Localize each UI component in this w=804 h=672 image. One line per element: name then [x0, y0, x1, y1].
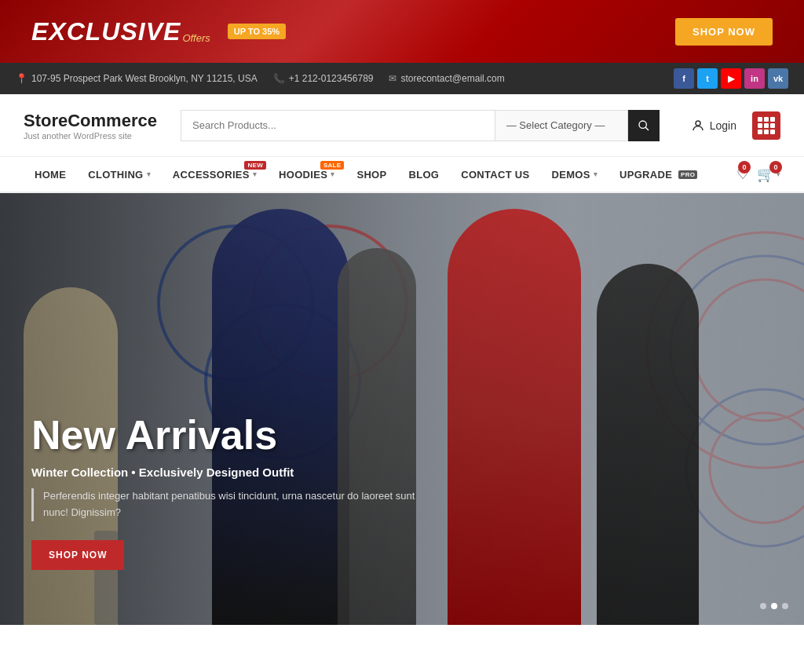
chevron-down-icon: ▾ [331, 170, 334, 178]
top-banner: EXCLUSIVE Offers UP TO 35% SHOP NOW [0, 0, 804, 63]
nav-item-demos[interactable]: DEMOS ▾ [541, 156, 608, 192]
pro-badge: PRO [678, 170, 697, 179]
nav-item-hoodies[interactable]: HOODIES ▾ SALE [268, 156, 345, 192]
wishlist-button[interactable]: ♡ 0 [736, 166, 749, 183]
nav-contact-label: CONTACT US [461, 169, 529, 181]
grid-dot [758, 117, 762, 122]
hero-content: New Arrivals Winter Collection • Exclusi… [31, 413, 440, 570]
phone-text: +1 212-0123456789 [289, 73, 374, 84]
hero-dot-3[interactable] [782, 603, 788, 609]
grid-dots [758, 117, 775, 134]
grid-dot [764, 130, 769, 134]
grid-menu-button[interactable] [752, 111, 780, 140]
logo-title: StoreCommerce [24, 111, 165, 131]
chevron-down-icon: ▾ [594, 170, 598, 178]
cart-button[interactable]: 🛒 0 ▾ [757, 166, 780, 183]
nav-item-contact[interactable]: CONTACT US [450, 156, 540, 192]
hero-title: New Arrivals [31, 413, 440, 458]
twitter-icon[interactable]: t [697, 68, 718, 89]
login-button[interactable]: Login [691, 119, 736, 133]
nav-item-clothing[interactable]: CLOTHING ▾ [77, 156, 162, 192]
nav-blog-label: BLOG [408, 169, 439, 181]
grid-dot [770, 123, 775, 128]
search-icon [638, 119, 650, 132]
hero-description: Perferendis integer habitant penatibus w… [31, 488, 440, 521]
wishlist-count: 0 [738, 161, 751, 173]
vk-icon[interactable]: vk [768, 68, 788, 89]
grid-dot [770, 130, 775, 134]
info-left: 📍 107-95 Prospect Park West Brooklyn, NY… [16, 73, 505, 84]
nav-demos-label: DEMOS [552, 169, 590, 181]
nav-item-accessories[interactable]: ACCESSORIES ▾ NEW [162, 156, 268, 192]
banner-left: EXCLUSIVE Offers UP TO 35% [31, 17, 286, 46]
social-icons: f t ▶ in vk [674, 68, 788, 89]
nav-clothing-label: CLOTHING [88, 169, 143, 181]
chevron-down-icon: ▾ [253, 170, 257, 178]
email-item: ✉ storecontact@email.com [389, 73, 504, 84]
svg-point-0 [696, 121, 700, 126]
nav-upgrade-label: UPGRADE [619, 169, 672, 181]
instagram-icon[interactable]: in [744, 68, 765, 89]
banner-shop-now-button[interactable]: SHOP NOW [675, 18, 773, 46]
phone-item: 📞 +1 212-0123456789 [273, 73, 374, 84]
grid-dot [758, 130, 762, 134]
phone-icon: 📞 [273, 73, 285, 84]
hero-dots [760, 603, 788, 609]
location-icon: 📍 [16, 73, 27, 84]
grid-dot [764, 117, 769, 122]
search-input[interactable] [181, 110, 495, 141]
grid-dot [770, 117, 775, 122]
grid-dot [758, 123, 762, 128]
category-select[interactable]: — Select Category — Clothing Accessories… [495, 110, 628, 141]
login-label: Login [710, 119, 736, 132]
nav-hoodies-label: HOODIES [279, 169, 327, 181]
hero-shop-now-button[interactable]: SHOP NOW [31, 540, 124, 570]
hero-dot-2[interactable] [771, 603, 777, 609]
hero-subtitle: Winter Collection • Exclusively Designed… [31, 466, 440, 479]
address-item: 📍 107-95 Prospect Park West Brooklyn, NY… [16, 73, 258, 84]
banner-offers-text: Offers [182, 32, 210, 44]
header: StoreCommerce Just another WordPress sit… [0, 94, 804, 157]
user-icon [691, 119, 705, 133]
info-bar: 📍 107-95 Prospect Park West Brooklyn, NY… [0, 63, 804, 94]
address-text: 107-95 Prospect Park West Brooklyn, NY 1… [31, 73, 258, 84]
hero-dot-1[interactable] [760, 603, 766, 609]
nav-item-home[interactable]: HOME [24, 156, 77, 192]
banner-exclusive-text: EXCLUSIVE [31, 17, 181, 46]
nav-bar: HOME CLOTHING ▾ ACCESSORIES ▾ NEW HOODIE… [0, 157, 804, 193]
sale-badge: SALE [320, 161, 345, 170]
logo-subtitle: Just another WordPress site [24, 131, 165, 141]
nav-accessories-label: ACCESSORIES [173, 169, 250, 181]
nav-item-upgrade[interactable]: UPGRADE PRO [608, 156, 708, 192]
chevron-down-icon: ▾ [147, 170, 151, 178]
new-badge: NEW [244, 161, 266, 170]
email-text: storecontact@email.com [400, 73, 504, 84]
nav-home-label: HOME [35, 169, 66, 181]
nav-right: ♡ 0 🛒 0 ▾ [736, 166, 780, 183]
logo-area: StoreCommerce Just another WordPress sit… [24, 111, 165, 141]
youtube-icon[interactable]: ▶ [721, 68, 741, 89]
cart-count: 0 [769, 161, 782, 173]
nav-shop-label: SHOP [356, 169, 386, 181]
grid-dot [764, 123, 769, 128]
hero-section: New Arrivals Winter Collection • Exclusi… [0, 193, 804, 625]
search-area: — Select Category — Clothing Accessories… [181, 110, 660, 141]
banner-discount-badge: UP TO 35% [228, 24, 286, 39]
nav-left: HOME CLOTHING ▾ ACCESSORIES ▾ NEW HOODIE… [24, 156, 708, 192]
facebook-icon[interactable]: f [674, 68, 694, 89]
email-icon: ✉ [389, 73, 397, 84]
nav-item-shop[interactable]: SHOP [345, 156, 397, 192]
nav-item-blog[interactable]: BLOG [397, 156, 450, 192]
search-button[interactable] [628, 110, 660, 141]
header-actions: Login [691, 111, 780, 140]
